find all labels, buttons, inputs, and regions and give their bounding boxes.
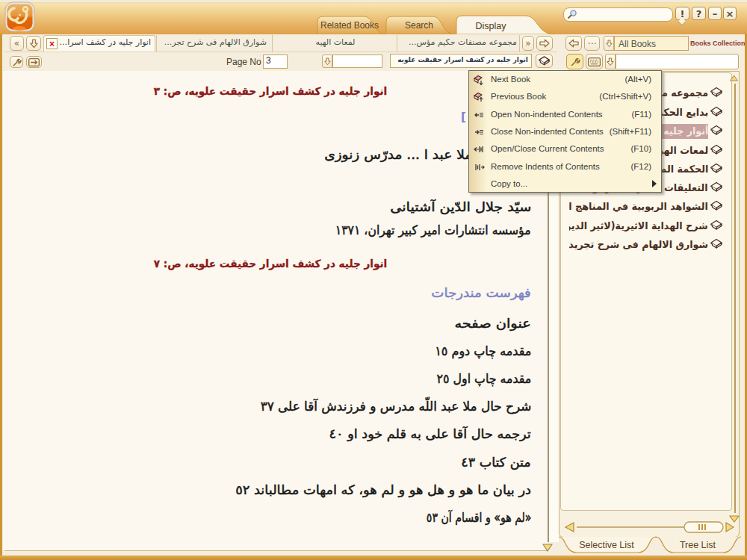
svg-text:Search: Search bbox=[405, 20, 433, 31]
svg-text:Tree List: Tree List bbox=[680, 540, 716, 550]
svg-text:Selective List: Selective List bbox=[579, 540, 634, 550]
svg-text:Related Books: Related Books bbox=[320, 20, 379, 31]
svg-text:Display: Display bbox=[476, 21, 507, 31]
